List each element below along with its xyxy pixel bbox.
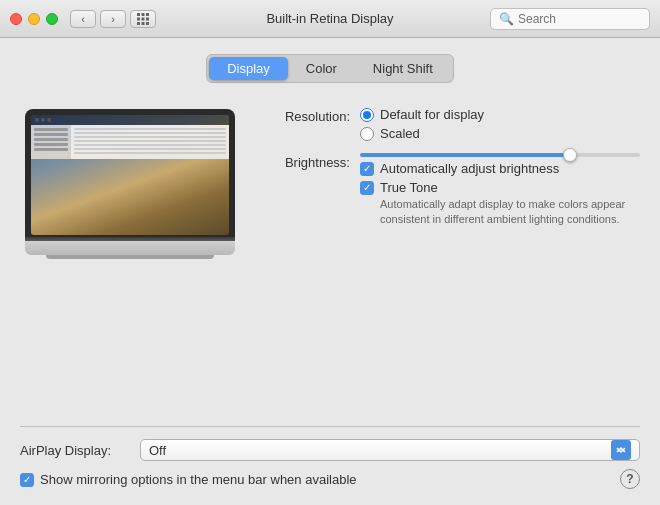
airplay-dropdown-value: Off: [149, 443, 611, 458]
screen-sidebar-line: [34, 148, 68, 151]
screen-dot: [35, 118, 39, 122]
brightness-slider-thumb[interactable]: [563, 148, 577, 162]
screen-main-line: [74, 140, 226, 142]
titlebar: ‹ › Built-in Retina Display 🔍: [0, 0, 660, 38]
screen-sidebar-line: [34, 133, 68, 136]
tab-color[interactable]: Color: [288, 57, 355, 80]
laptop-screen-inner: [31, 115, 229, 235]
close-button[interactable]: [10, 13, 22, 25]
mirror-label: Show mirroring options in the menu bar w…: [40, 472, 357, 487]
mirror-checkbox-row[interactable]: Show mirroring options in the menu bar w…: [20, 472, 357, 487]
auto-brightness-option[interactable]: Automatically adjust brightness: [360, 161, 640, 176]
brightness-slider-track[interactable]: [360, 153, 640, 157]
true-tone-option[interactable]: True Tone Automatically adapt display to…: [360, 180, 640, 228]
svg-rect-4: [142, 17, 145, 20]
brightness-label: Brightness:: [260, 153, 350, 170]
screen-body: [31, 125, 229, 159]
svg-rect-8: [146, 22, 149, 25]
true-tone-text: True Tone Automatically adapt display to…: [380, 180, 640, 228]
svg-rect-0: [137, 13, 140, 16]
svg-rect-6: [137, 22, 140, 25]
resolution-controls: Default for display Scaled: [360, 107, 640, 141]
resolution-default-option[interactable]: Default for display: [360, 107, 640, 122]
brightness-row: Brightness: Automatically adjust brightn…: [260, 153, 640, 228]
window-title: Built-in Retina Display: [266, 11, 393, 26]
bottom-bar: AirPlay Display: Off Show mirroring opti…: [20, 426, 640, 489]
minimize-button[interactable]: [28, 13, 40, 25]
back-button[interactable]: ‹: [70, 10, 96, 28]
svg-rect-1: [142, 13, 145, 16]
traffic-lights: [10, 13, 58, 25]
screen-menubar: [31, 115, 229, 125]
search-input[interactable]: [518, 12, 641, 26]
laptop-screen-outer: [25, 109, 235, 237]
laptop-wrapper: [25, 109, 235, 255]
maximize-button[interactable]: [46, 13, 58, 25]
svg-rect-3: [137, 17, 140, 20]
mirror-row: Show mirroring options in the menu bar w…: [20, 469, 640, 489]
resolution-default-radio[interactable]: [360, 108, 374, 122]
resolution-label: Resolution:: [260, 107, 350, 124]
tab-nightshift[interactable]: Night Shift: [355, 57, 451, 80]
brightness-slider-row: [360, 153, 640, 157]
screen-main-line: [74, 136, 226, 138]
auto-brightness-label: Automatically adjust brightness: [380, 161, 559, 176]
true-tone-description: Automatically adapt display to make colo…: [380, 197, 640, 228]
content-area: Resolution: Default for display Scaled B…: [20, 99, 640, 426]
screen-sidebar-line: [34, 128, 68, 131]
laptop-base: [25, 241, 235, 255]
resolution-scaled-label: Scaled: [380, 126, 420, 141]
forward-button[interactable]: ›: [100, 10, 126, 28]
screen-dot: [47, 118, 51, 122]
resolution-scaled-radio[interactable]: [360, 127, 374, 141]
screen-dot: [41, 118, 45, 122]
svg-rect-5: [146, 17, 149, 20]
tabs-container: Display Color Night Shift: [20, 54, 640, 83]
svg-rect-2: [146, 13, 149, 16]
laptop-image-section: [20, 99, 240, 426]
grid-button[interactable]: [130, 10, 156, 28]
main-content: Display Color Night Shift: [0, 38, 660, 505]
screen-main: [71, 125, 229, 159]
screen-main-line: [74, 132, 226, 134]
screen-main-line: [74, 152, 226, 154]
screen-sidebar: [31, 125, 71, 159]
settings-panel: Resolution: Default for display Scaled B…: [260, 99, 640, 426]
help-button[interactable]: ?: [620, 469, 640, 489]
resolution-row: Resolution: Default for display Scaled: [260, 107, 640, 141]
mirror-checkbox[interactable]: [20, 473, 34, 487]
true-tone-label: True Tone: [380, 180, 438, 195]
screen-sidebar-line: [34, 143, 68, 146]
search-box[interactable]: 🔍: [490, 8, 650, 30]
resolution-default-label: Default for display: [380, 107, 484, 122]
svg-rect-7: [142, 22, 145, 25]
screen-sidebar-line: [34, 138, 68, 141]
airplay-dropdown[interactable]: Off: [140, 439, 640, 461]
auto-brightness-checkbox[interactable]: [360, 162, 374, 176]
screen-main-line: [74, 144, 226, 146]
screen-main-line: [74, 148, 226, 150]
nav-buttons: ‹ ›: [70, 10, 126, 28]
tab-display[interactable]: Display: [209, 57, 288, 80]
screen-main-line: [74, 128, 226, 130]
search-icon: 🔍: [499, 12, 514, 26]
brightness-controls: Automatically adjust brightness True Ton…: [360, 153, 640, 228]
airplay-label: AirPlay Display:: [20, 443, 130, 458]
airplay-row: AirPlay Display: Off: [20, 439, 640, 461]
true-tone-checkbox[interactable]: [360, 181, 374, 195]
tabs: Display Color Night Shift: [206, 54, 454, 83]
resolution-scaled-option[interactable]: Scaled: [360, 126, 640, 141]
dropdown-arrow-icon: [611, 440, 631, 460]
